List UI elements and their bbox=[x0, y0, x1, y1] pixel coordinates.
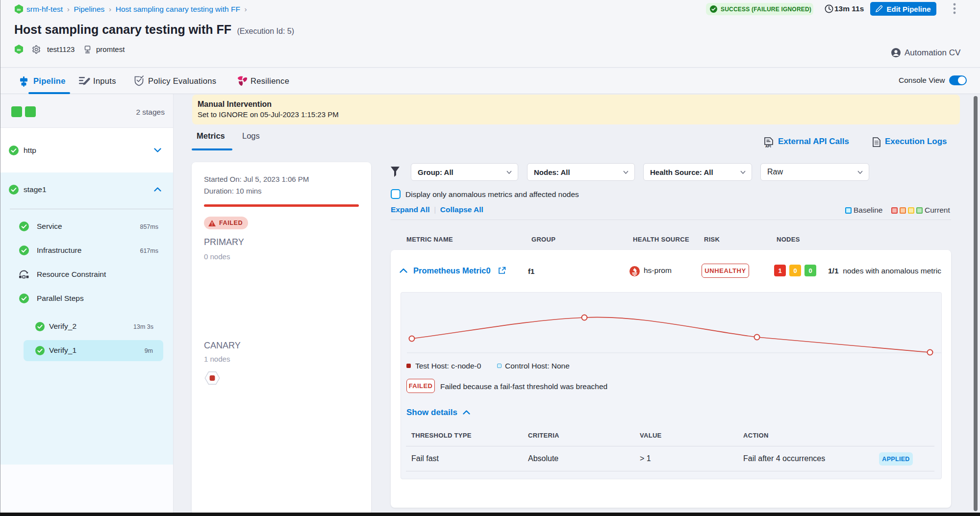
svg-text:API: API bbox=[765, 145, 771, 148]
svg-text:∞: ∞ bbox=[17, 6, 21, 12]
svg-text:∞: ∞ bbox=[17, 47, 21, 52]
